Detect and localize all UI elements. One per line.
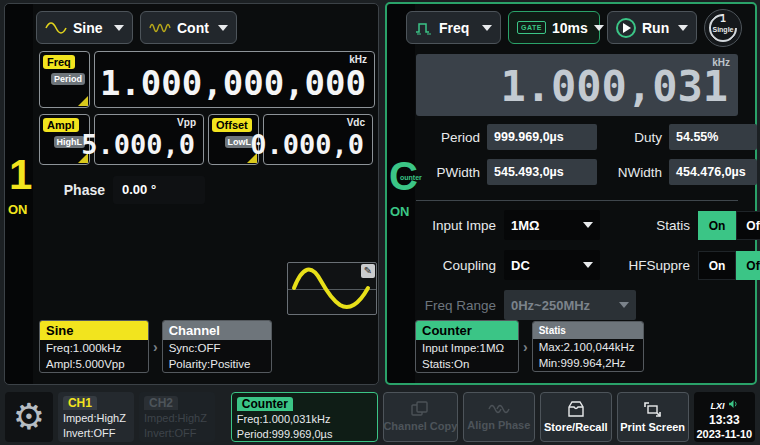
counter-measurements: Period 999.969,0µs Duty 54.55% PWidth 54… — [416, 124, 738, 185]
statis-label: Statis — [608, 218, 690, 233]
counter-bb-freq: Freq:1.000,031kHz — [237, 412, 372, 427]
continuous-wave-icon — [149, 21, 171, 35]
offset-unit: Vdc — [347, 117, 365, 128]
counter-bb-title: Counter — [237, 397, 293, 411]
screenshot-icon — [643, 401, 662, 418]
bottom-bar: ⚙ CH1 Imped:HighZ Invert:OFF CH2 Imped:H… — [0, 388, 760, 445]
coupling-label: Coupling — [416, 258, 496, 273]
run-state-select[interactable]: Run — [607, 11, 697, 44]
statis-card-max: Max:2.100,044kHz — [533, 339, 643, 355]
copy-icon — [411, 401, 429, 417]
coupling-select[interactable]: DC — [504, 250, 600, 280]
freq-param-button[interactable]: Freq Period — [39, 51, 90, 108]
counter-side-strip: C ounter ON — [387, 4, 415, 383]
phase-wave-icon — [488, 402, 510, 416]
single-trigger-button[interactable]: 1 Single — [704, 9, 742, 47]
ampl-display[interactable]: Vpp 5.000,0 — [94, 114, 204, 165]
print-screen-button[interactable]: Print Screen — [617, 392, 689, 442]
ch1-status-card[interactable]: CH1 Imped:HighZ Invert:OFF — [58, 392, 134, 442]
archive-icon — [566, 401, 586, 418]
ampl-badge: Ampl — [43, 118, 79, 132]
hfsuppre-toggle: On Off — [698, 251, 760, 280]
clock-time: 13:33 — [694, 413, 755, 427]
mode-label: Cont — [177, 20, 209, 36]
instrument-screen: 1 ON Sine Cont Freq Period — [0, 0, 760, 445]
run-label: Run — [642, 20, 669, 36]
statis-on-button[interactable]: On — [698, 211, 736, 240]
sine-card-ampl: Ampl:5.000Vpp — [40, 356, 148, 372]
freq-badge: Freq — [43, 55, 75, 69]
lxi-label: LXI — [711, 401, 725, 411]
chevron-down-icon — [678, 25, 688, 31]
counter-bb-period: Period:999.969,0µs — [237, 427, 372, 442]
pulse-icon — [415, 20, 433, 36]
channel1-side-strip: 1 ON — [5, 4, 33, 384]
speaker-icon — [729, 400, 738, 408]
waveform-preview[interactable]: ✎ — [287, 262, 377, 315]
ch2-imped: Imped:HighZ — [144, 411, 210, 426]
counter-status-card[interactable]: Counter Freq:1.000,031kHz Period:999.969… — [231, 392, 378, 442]
sine-info-card[interactable]: Sine Freq:1.000kHz Ampl:5.000Vpp — [39, 320, 149, 373]
channel-card-title: Channel — [163, 321, 271, 340]
input-impe-select[interactable]: 1MΩ — [504, 210, 600, 240]
ampl-value: 5.000,0 — [81, 129, 195, 160]
counter-main-display: kHz 1.000,031 — [416, 54, 738, 116]
align-phase-button[interactable]: Align Phase — [463, 392, 535, 442]
channel-card-polarity: Polarity:Positive — [163, 356, 271, 372]
statis-off-button[interactable]: Off — [736, 211, 760, 240]
ampl-unit: Vpp — [177, 117, 196, 128]
ch1-card-title: CH1 — [63, 396, 97, 410]
freq-display[interactable]: kHz 1.000,000,000 — [94, 51, 375, 108]
ch1-invert: Invert:OFF — [63, 426, 129, 441]
period-value: 999.969,0µs — [487, 124, 597, 150]
edit-icon[interactable]: ✎ — [361, 264, 375, 278]
separator-line — [416, 200, 738, 201]
corner-triangle-icon — [78, 96, 88, 106]
ch2-card-title: CH2 — [144, 396, 178, 410]
statis-info-card[interactable]: Statis Max:2.100,044kHz Min:999.964,2Hz — [532, 321, 644, 372]
nwidth-label: NWidth — [604, 165, 662, 180]
counter-panel: C ounter ON Freq GATE 10ms Run — [385, 2, 757, 385]
sine-card-title: Sine — [40, 321, 148, 340]
ch2-status-card[interactable]: CH2 Imped:HighZ Invert:OFF — [139, 392, 215, 442]
chevron-right-icon: › — [523, 339, 528, 355]
phase-field[interactable]: 0.00 ° — [113, 176, 205, 204]
store-recall-button[interactable]: Store/Recall — [540, 392, 612, 442]
offset-display[interactable]: Vdc 0.000,0 — [263, 114, 373, 165]
counter-settings: Input Impe 1MΩ Statis On Off Coupling DC… — [416, 210, 738, 320]
counter-info-card[interactable]: Counter Input Impe:1MΩ Statis:On — [415, 320, 519, 373]
hfsuppre-off-button[interactable]: Off — [736, 251, 760, 280]
counter-mode-select[interactable]: Freq — [406, 11, 501, 44]
counter-state-badge: ON — [390, 204, 410, 219]
period-label: Period — [416, 130, 480, 145]
offset-badge: Offset — [212, 118, 252, 132]
waveform-select[interactable]: Sine — [36, 11, 133, 44]
channel-number: 1 — [9, 154, 32, 196]
waveform-label: Sine — [73, 20, 103, 36]
counter-card-statis: Statis:On — [416, 356, 518, 372]
counter-mode-label: Freq — [439, 20, 469, 36]
input-impe-label: Input Impe — [416, 218, 496, 233]
sine-icon — [45, 22, 67, 34]
channel-copy-button[interactable]: Channel Copy — [383, 392, 458, 442]
gate-value: 10ms — [552, 20, 588, 36]
hfsuppre-on-button[interactable]: On — [698, 251, 736, 280]
status-box: LXI 13:33 2023-11-10 — [694, 392, 755, 442]
gate-time-select[interactable]: GATE 10ms — [508, 11, 600, 44]
statis-card-min: Min:999.964,2Hz — [533, 355, 643, 371]
hfsuppre-label: HFSuppre — [608, 258, 690, 273]
duty-label: Duty — [604, 130, 662, 145]
gate-badge: GATE — [517, 21, 546, 34]
settings-button[interactable]: ⚙ — [5, 392, 53, 442]
channel-card-sync: Sync:OFF — [163, 340, 271, 356]
mode-select[interactable]: Cont — [140, 11, 237, 44]
chevron-down-icon — [583, 222, 593, 228]
channel-info-card[interactable]: Channel Sync:OFF Polarity:Positive — [162, 320, 272, 373]
freq-range-select[interactable]: 0Hz~250MHz — [504, 290, 636, 320]
counter-card-impe: Input Impe:1MΩ — [416, 340, 518, 356]
freq-range-label: Freq Range — [416, 298, 496, 313]
clock-date: 2023-11-10 — [694, 427, 755, 441]
period-alt-badge: Period — [51, 73, 85, 85]
chevron-down-icon — [583, 262, 593, 268]
statis-card-title: Statis — [533, 322, 643, 339]
